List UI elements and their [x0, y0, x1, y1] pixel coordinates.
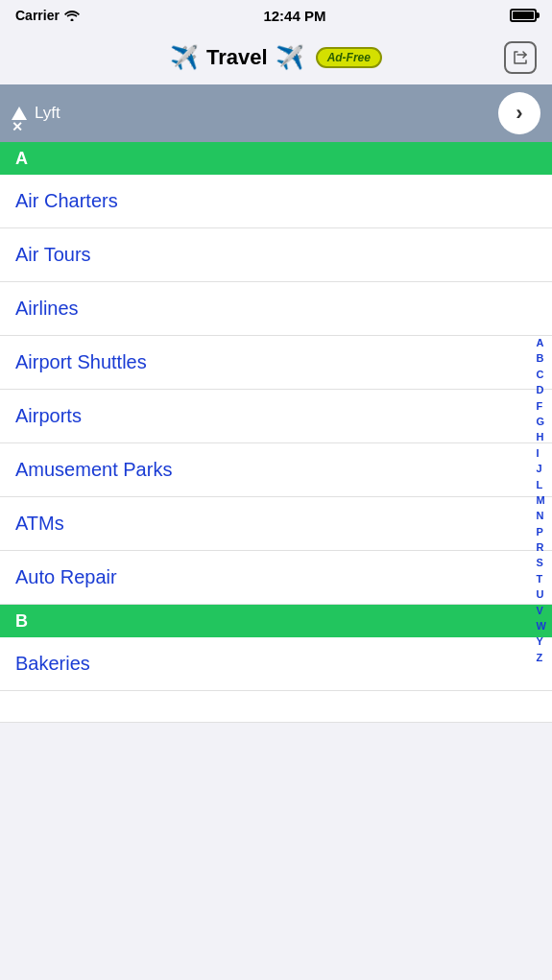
ad-name: Lyft [35, 104, 60, 123]
time-label: 12:44 PM [263, 8, 325, 24]
app-title: Travel [206, 45, 268, 70]
alpha-u[interactable]: U [535, 587, 548, 602]
plane-right-icon: ✈️ [276, 44, 304, 71]
status-bar: Carrier 12:44 PM [0, 0, 552, 31]
alpha-l[interactable]: L [535, 478, 548, 492]
alpha-j[interactable]: J [535, 462, 548, 476]
alpha-a[interactable]: A [535, 336, 548, 350]
section-header-b: B [0, 605, 552, 637]
alpha-v[interactable]: V [535, 604, 548, 618]
list-item[interactable]: Auto Repair [0, 551, 552, 605]
battery-icon [510, 9, 537, 22]
alpha-c[interactable]: C [535, 368, 548, 382]
header-title: ✈️ Travel ✈️ Ad-Free [170, 44, 382, 71]
svg-point-0 [70, 19, 73, 22]
alpha-b[interactable]: B [535, 351, 548, 366]
alpha-n[interactable]: N [535, 509, 548, 523]
alpha-w[interactable]: W [535, 619, 548, 633]
list-item[interactable] [0, 691, 552, 723]
alpha-z[interactable]: Z [535, 651, 548, 665]
app-header: ✈️ Travel ✈️ Ad-Free [0, 31, 552, 84]
alpha-h[interactable]: H [535, 430, 548, 444]
alpha-p[interactable]: P [535, 525, 548, 539]
alpha-d[interactable]: D [535, 383, 548, 397]
share-button[interactable] [504, 41, 537, 74]
alphabet-index: A B C D F G H I J L M N P R S T U V W Y … [535, 336, 548, 665]
alpha-m[interactable]: M [535, 493, 548, 508]
ad-arrow-button[interactable]: › [498, 92, 540, 134]
alpha-g[interactable]: G [535, 415, 548, 429]
ad-free-badge: Ad-Free [316, 47, 382, 68]
alpha-f[interactable]: F [535, 399, 548, 414]
list-item[interactable]: Airlines [0, 282, 552, 336]
list-item[interactable]: Airport Shuttles [0, 336, 552, 390]
plane-left-icon: ✈️ [170, 44, 199, 71]
list-item[interactable]: Airports [0, 390, 552, 443]
list-item[interactable]: Air Charters [0, 175, 552, 228]
ad-logo-icon [12, 107, 27, 120]
wifi-icon [64, 10, 80, 21]
list-item[interactable]: Air Tours [0, 228, 552, 282]
category-list: A Air Charters Air Tours Airlines Airpor… [0, 142, 552, 723]
list-item[interactable]: ATMs [0, 497, 552, 551]
list-item[interactable]: Amusement Parks [0, 443, 552, 497]
alpha-y[interactable]: Y [535, 634, 548, 649]
alpha-r[interactable]: R [535, 540, 548, 555]
carrier-label: Carrier [15, 8, 80, 23]
alpha-t[interactable]: T [535, 572, 548, 586]
list-item[interactable]: Bakeries [0, 637, 552, 691]
alpha-s[interactable]: S [535, 556, 548, 570]
alpha-i[interactable]: I [535, 446, 548, 461]
section-header-a: A [0, 142, 552, 175]
ad-close-button[interactable]: ✕ [12, 119, 23, 134]
ad-banner: Lyft ✕ › [0, 84, 552, 142]
